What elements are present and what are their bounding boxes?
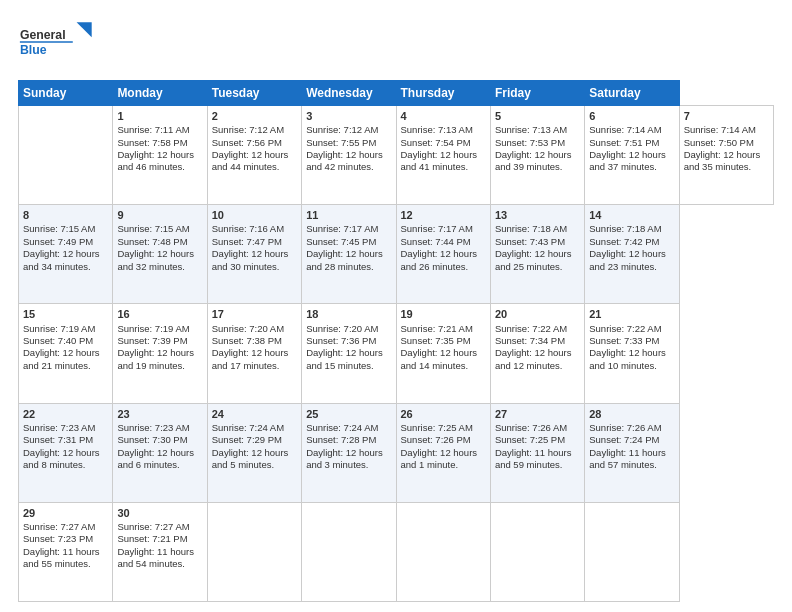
table-row: 21Sunrise: 7:22 AMSunset: 7:33 PMDayligh… — [585, 304, 679, 403]
day-detail-line: Sunset: 7:24 PM — [589, 434, 674, 446]
day-detail-line: and 30 minutes. — [212, 261, 297, 273]
day-detail-line: Daylight: 12 hours — [117, 347, 202, 359]
day-number: 26 — [401, 407, 486, 421]
header: General Blue — [18, 18, 774, 70]
day-detail-line: Sunset: 7:31 PM — [23, 434, 108, 446]
table-row: 8Sunrise: 7:15 AMSunset: 7:49 PMDaylight… — [19, 205, 113, 304]
col-saturday: Saturday — [585, 81, 679, 106]
day-detail-line: and 23 minutes. — [589, 261, 674, 273]
day-detail-line: and 6 minutes. — [117, 459, 202, 471]
day-detail-line: Daylight: 11 hours — [23, 546, 108, 558]
day-detail-line: Sunset: 7:58 PM — [117, 137, 202, 149]
table-row: 17Sunrise: 7:20 AMSunset: 7:38 PMDayligh… — [207, 304, 301, 403]
day-detail-line: Sunset: 7:53 PM — [495, 137, 580, 149]
day-detail-line: Daylight: 12 hours — [495, 149, 580, 161]
day-detail-line: and 35 minutes. — [684, 161, 769, 173]
day-number: 4 — [401, 109, 486, 123]
table-row: 16Sunrise: 7:19 AMSunset: 7:39 PMDayligh… — [113, 304, 207, 403]
day-detail-line: Sunrise: 7:27 AM — [117, 521, 202, 533]
day-detail-line: and 14 minutes. — [401, 360, 486, 372]
day-detail-line: and 1 minute. — [401, 459, 486, 471]
col-sunday: Sunday — [19, 81, 113, 106]
week-row-2: 8Sunrise: 7:15 AMSunset: 7:49 PMDaylight… — [19, 205, 774, 304]
day-number: 19 — [401, 307, 486, 321]
day-detail-line: Sunset: 7:43 PM — [495, 236, 580, 248]
day-detail-line: Daylight: 12 hours — [212, 248, 297, 260]
day-detail-line: Sunset: 7:29 PM — [212, 434, 297, 446]
day-detail-line: Sunset: 7:40 PM — [23, 335, 108, 347]
day-detail-line: Sunrise: 7:18 AM — [589, 223, 674, 235]
day-detail-line: Sunrise: 7:16 AM — [212, 223, 297, 235]
day-number: 2 — [212, 109, 297, 123]
day-detail-line: Sunset: 7:30 PM — [117, 434, 202, 446]
day-number: 3 — [306, 109, 391, 123]
day-detail-line: Sunrise: 7:13 AM — [495, 124, 580, 136]
day-detail-line: Daylight: 12 hours — [684, 149, 769, 161]
header-row: Sunday Monday Tuesday Wednesday Thursday… — [19, 81, 774, 106]
day-detail-line: Sunset: 7:42 PM — [589, 236, 674, 248]
day-detail-line: Sunset: 7:44 PM — [401, 236, 486, 248]
table-row — [207, 502, 301, 601]
day-detail-line: and 59 minutes. — [495, 459, 580, 471]
table-row: 24Sunrise: 7:24 AMSunset: 7:29 PMDayligh… — [207, 403, 301, 502]
day-detail-line: and 46 minutes. — [117, 161, 202, 173]
col-wednesday: Wednesday — [302, 81, 396, 106]
day-detail-line: and 28 minutes. — [306, 261, 391, 273]
day-detail-line: and 57 minutes. — [589, 459, 674, 471]
day-detail-line: and 42 minutes. — [306, 161, 391, 173]
day-detail-line: Daylight: 12 hours — [401, 347, 486, 359]
table-row: 3Sunrise: 7:12 AMSunset: 7:55 PMDaylight… — [302, 106, 396, 205]
svg-text:Blue: Blue — [20, 43, 47, 57]
day-detail-line: Sunset: 7:36 PM — [306, 335, 391, 347]
day-detail-line: Sunrise: 7:17 AM — [401, 223, 486, 235]
col-tuesday: Tuesday — [207, 81, 301, 106]
day-detail-line: Sunset: 7:39 PM — [117, 335, 202, 347]
day-number: 16 — [117, 307, 202, 321]
day-number: 7 — [684, 109, 769, 123]
day-detail-line: Daylight: 11 hours — [589, 447, 674, 459]
day-detail-line: Sunset: 7:26 PM — [401, 434, 486, 446]
day-detail-line: Sunset: 7:49 PM — [23, 236, 108, 248]
day-detail-line: Sunset: 7:55 PM — [306, 137, 391, 149]
day-number: 20 — [495, 307, 580, 321]
day-number: 25 — [306, 407, 391, 421]
day-detail-line: Sunrise: 7:22 AM — [495, 323, 580, 335]
col-thursday: Thursday — [396, 81, 490, 106]
day-number: 6 — [589, 109, 674, 123]
day-detail-line: Sunrise: 7:19 AM — [117, 323, 202, 335]
table-row: 1Sunrise: 7:11 AMSunset: 7:58 PMDaylight… — [113, 106, 207, 205]
day-detail-line: Sunrise: 7:23 AM — [117, 422, 202, 434]
day-detail-line: Daylight: 12 hours — [212, 447, 297, 459]
day-detail-line: Daylight: 12 hours — [495, 347, 580, 359]
day-number: 1 — [117, 109, 202, 123]
table-row — [19, 106, 113, 205]
day-detail-line: Sunset: 7:54 PM — [401, 137, 486, 149]
day-detail-line: Daylight: 12 hours — [589, 347, 674, 359]
day-number: 5 — [495, 109, 580, 123]
day-detail-line: Daylight: 12 hours — [589, 248, 674, 260]
day-detail-line: Daylight: 12 hours — [306, 149, 391, 161]
week-row-3: 15Sunrise: 7:19 AMSunset: 7:40 PMDayligh… — [19, 304, 774, 403]
day-detail-line: Sunrise: 7:15 AM — [117, 223, 202, 235]
table-row — [490, 502, 584, 601]
day-detail-line: Sunrise: 7:12 AM — [306, 124, 391, 136]
day-detail-line: Sunset: 7:51 PM — [589, 137, 674, 149]
logo-svg: General Blue — [18, 18, 103, 66]
day-detail-line: Sunrise: 7:14 AM — [684, 124, 769, 136]
day-detail-line: and 55 minutes. — [23, 558, 108, 570]
day-detail-line: Sunset: 7:21 PM — [117, 533, 202, 545]
day-detail-line: and 37 minutes. — [589, 161, 674, 173]
day-detail-line: and 8 minutes. — [23, 459, 108, 471]
day-number: 14 — [589, 208, 674, 222]
table-row: 4Sunrise: 7:13 AMSunset: 7:54 PMDaylight… — [396, 106, 490, 205]
day-detail-line: and 3 minutes. — [306, 459, 391, 471]
day-number: 8 — [23, 208, 108, 222]
day-detail-line: Daylight: 12 hours — [212, 347, 297, 359]
calendar-table: Sunday Monday Tuesday Wednesday Thursday… — [18, 80, 774, 602]
day-detail-line: Sunrise: 7:27 AM — [23, 521, 108, 533]
week-row-1: 1Sunrise: 7:11 AMSunset: 7:58 PMDaylight… — [19, 106, 774, 205]
day-number: 18 — [306, 307, 391, 321]
table-row: 10Sunrise: 7:16 AMSunset: 7:47 PMDayligh… — [207, 205, 301, 304]
day-detail-line: Sunset: 7:38 PM — [212, 335, 297, 347]
day-detail-line: Daylight: 12 hours — [401, 447, 486, 459]
